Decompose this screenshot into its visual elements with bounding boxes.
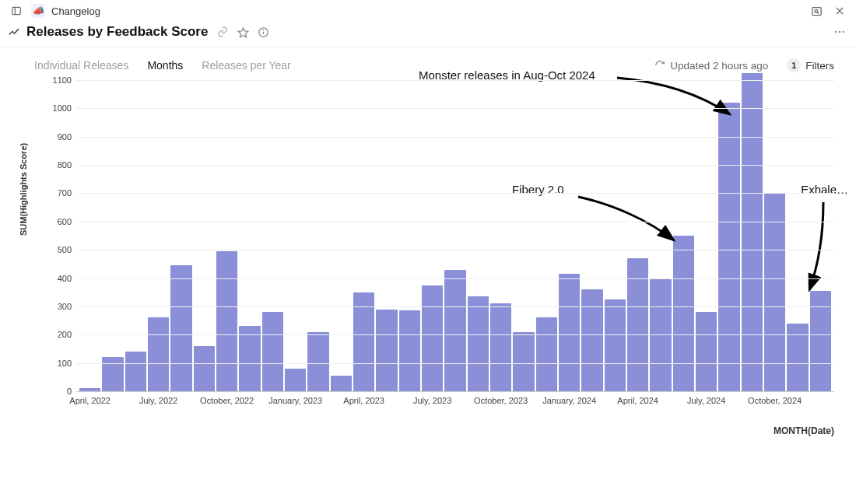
space-icon: 📣	[31, 4, 45, 18]
x-tick: April, 2024	[617, 396, 658, 405]
search-in-view-icon[interactable]	[808, 2, 825, 19]
chart-bar[interactable]	[581, 289, 602, 391]
chart-bar[interactable]	[239, 326, 260, 391]
svg-marker-7	[238, 27, 248, 37]
y-tick: 900	[45, 132, 72, 142]
y-tick: 300	[45, 302, 72, 311]
y-tick: 200	[45, 330, 72, 339]
x-tick: April, 2022	[69, 396, 111, 405]
chart-bar[interactable]	[490, 303, 511, 391]
chart-bar[interactable]	[307, 332, 328, 391]
tab-releases-per-year[interactable]: Releases per Year	[202, 59, 290, 72]
tab-individual-releases[interactable]: Individual Releases	[34, 59, 128, 72]
y-tick: 0	[45, 387, 72, 396]
y-tick: 100	[45, 359, 72, 368]
chart-bar[interactable]	[148, 317, 169, 391]
chart-plot: Monster releases in Aug-Oct 2024 Fibery …	[76, 80, 834, 422]
updated-indicator[interactable]: Updated 2 hours ago	[654, 60, 768, 72]
x-tick: January, 2023	[268, 396, 322, 405]
chart-bars	[76, 80, 834, 391]
chart-bar[interactable]	[444, 270, 465, 391]
x-tick: October, 2023	[474, 396, 528, 405]
chart-bar[interactable]	[605, 299, 626, 391]
y-tick: 1100	[45, 75, 72, 85]
x-tick: April, 2023	[343, 396, 384, 405]
chart-line-icon	[8, 26, 20, 38]
info-icon[interactable]	[254, 23, 272, 40]
filters-label: Filters	[805, 60, 834, 72]
chart-bar[interactable]	[216, 251, 237, 391]
x-tick: October, 2024	[748, 396, 802, 405]
y-tick: 1000	[45, 103, 72, 113]
chart-bar[interactable]	[376, 310, 397, 391]
y-tick: 600	[45, 217, 72, 226]
chart-bar[interactable]	[718, 103, 739, 391]
chart-bar[interactable]	[262, 312, 283, 391]
x-tick: July, 2024	[687, 396, 725, 405]
chart-bar[interactable]	[399, 310, 420, 391]
chart-grid: Monster releases in Aug-Oct 2024 Fibery …	[76, 80, 834, 391]
chart-bar[interactable]	[194, 346, 215, 391]
chart-bar[interactable]	[170, 265, 191, 391]
chart-bar[interactable]	[285, 369, 306, 391]
chart-bar[interactable]	[559, 274, 580, 391]
panel-toggle-icon[interactable]	[8, 2, 25, 19]
chart-bar[interactable]	[422, 285, 443, 391]
x-axis-ticks: April, 2022July, 2022October, 2022Januar…	[76, 396, 834, 419]
chart-bar[interactable]	[764, 193, 785, 391]
svg-rect-2	[812, 7, 820, 15]
tab-months[interactable]: Months	[147, 59, 183, 72]
chart-bar[interactable]	[742, 73, 763, 391]
page-title: Releases by Feedback Score	[26, 24, 208, 40]
y-tick: 700	[45, 188, 72, 198]
chart-bar[interactable]	[696, 312, 717, 391]
svg-point-11	[835, 31, 837, 33]
chart-bar[interactable]	[331, 376, 352, 391]
chart-bar[interactable]	[787, 324, 808, 391]
svg-line-4	[817, 12, 819, 14]
chart-bar[interactable]	[125, 352, 146, 391]
link-icon[interactable]	[214, 23, 231, 40]
svg-point-3	[815, 9, 818, 12]
filters-count: 1	[787, 58, 801, 72]
svg-point-13	[843, 31, 844, 33]
chart-bar[interactable]	[468, 296, 489, 391]
y-tick: 400	[45, 274, 72, 283]
svg-rect-0	[12, 7, 21, 14]
chart-bar[interactable]	[536, 317, 557, 391]
updated-text: Updated 2 hours ago	[670, 60, 768, 72]
x-tick: July, 2022	[139, 396, 177, 405]
x-tick: January, 2024	[542, 396, 596, 405]
svg-point-12	[839, 31, 840, 33]
svg-point-10	[263, 30, 264, 30]
y-tick: 800	[45, 160, 72, 170]
x-tick: October, 2022	[200, 396, 254, 405]
chart-bar[interactable]	[513, 332, 534, 391]
breadcrumb-space[interactable]: Changelog	[51, 5, 100, 17]
y-axis-label: SUM(Highlights Score)	[19, 143, 28, 236]
refresh-icon	[654, 60, 665, 71]
filters-button[interactable]: 1 Filters	[787, 58, 834, 72]
y-tick: 500	[45, 245, 72, 254]
more-icon[interactable]	[831, 23, 848, 40]
x-axis-label: MONTH(Date)	[774, 425, 834, 436]
x-tick: July, 2023	[413, 396, 451, 405]
close-icon[interactable]	[831, 2, 848, 19]
chart-bar[interactable]	[673, 236, 694, 391]
star-icon[interactable]	[234, 23, 251, 40]
